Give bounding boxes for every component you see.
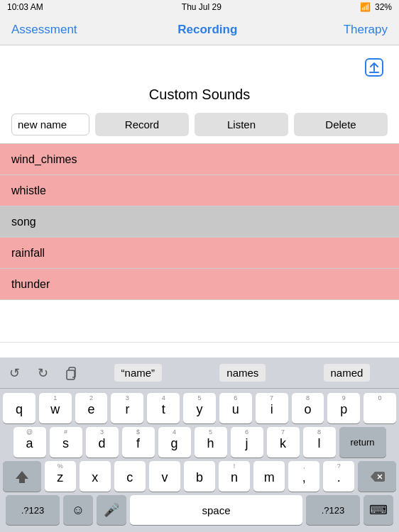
nav-left-button[interactable]: Assessment xyxy=(11,23,77,37)
sound-list: wind_chimes whistle song rainfall thunde… xyxy=(0,143,399,300)
controls-row: Record Listen Delete xyxy=(11,113,388,136)
sound-item-song[interactable]: song xyxy=(0,206,399,238)
status-day: Thu Jul 29 xyxy=(182,2,222,12)
battery-level: 32% xyxy=(375,2,392,12)
key-w[interactable]: 1w xyxy=(39,393,72,423)
nav-right-button[interactable]: Therapy xyxy=(338,23,388,37)
keyboard-rows: q 1w 2e 3r 4t 5y 6u 7i 8o 9p 0 @a #s 3d … xyxy=(0,389,399,532)
key-a[interactable]: @a xyxy=(13,427,46,458)
key-c[interactable]: c xyxy=(114,461,146,492)
key-0[interactable]: 0 xyxy=(364,393,396,423)
key-l[interactable]: 8l xyxy=(303,427,336,458)
key-q[interactable]: q xyxy=(3,393,35,423)
space-key[interactable]: space xyxy=(130,495,302,525)
copy-button[interactable] xyxy=(57,365,85,381)
content-spacer xyxy=(0,300,399,343)
key-v[interactable]: v xyxy=(149,461,180,492)
keyboard-bottom-bar: .?123 ☺ 🎤 space .?123 ⌨ xyxy=(3,495,396,529)
keyboard-area: ↺ ↻ “name” names named q 1w 2e 3r 4t 5y … xyxy=(0,358,399,532)
key-x[interactable]: x xyxy=(80,461,111,492)
sound-item-rainfall[interactable]: rainfall xyxy=(0,238,399,269)
keyboard-switch-key[interactable]: ⌨ xyxy=(364,495,393,525)
section-title: Custom Sounds xyxy=(11,87,388,103)
autocomplete-option-1[interactable]: “name” xyxy=(114,364,163,382)
svg-marker-4 xyxy=(16,471,28,483)
key-p[interactable]: 9p xyxy=(327,393,360,423)
key-y[interactable]: 5y xyxy=(183,393,216,423)
record-button[interactable]: Record xyxy=(95,113,189,136)
key-t[interactable]: 4t xyxy=(147,393,180,423)
sound-item-label: rainfall xyxy=(11,247,45,260)
nav-bar: Assessment Recording Therapy xyxy=(0,14,399,45)
key-b[interactable]: b xyxy=(184,461,215,492)
key-r[interactable]: 3r xyxy=(111,393,143,423)
delete-key[interactable] xyxy=(358,461,396,492)
sound-item-thunder[interactable]: thunder xyxy=(0,269,399,300)
autocomplete-option-3[interactable]: named xyxy=(324,364,371,382)
autocomplete-suggestions: “name” names named xyxy=(85,364,399,382)
keyboard-row-3: %z x c v b !n m ,, ?. xyxy=(3,461,396,492)
sound-item-label: wind_chimes xyxy=(11,153,77,166)
sound-item-wind-chimes[interactable]: wind_chimes xyxy=(0,144,399,175)
key-k[interactable]: 7k xyxy=(267,427,300,458)
status-time: 10:03 AM xyxy=(7,2,43,12)
keyboard-row-2: @a #s 3d $f 4g 5h 6j 7k 8l return xyxy=(3,427,396,458)
delete-button[interactable]: Delete xyxy=(294,113,388,136)
key-period[interactable]: ?. xyxy=(323,461,354,492)
svg-rect-3 xyxy=(67,370,75,379)
upload-row xyxy=(11,52,388,82)
key-e[interactable]: 2e xyxy=(75,393,108,423)
shift-key[interactable] xyxy=(3,461,41,492)
wifi-icon: 📶 xyxy=(360,2,371,12)
nav-title: Recording xyxy=(177,23,237,37)
main-content: Custom Sounds Record Listen Delete xyxy=(0,45,399,136)
special-key-right[interactable]: .?123 xyxy=(306,495,360,525)
key-s[interactable]: #s xyxy=(50,427,82,458)
upload-icon[interactable] xyxy=(364,57,385,81)
redo-button[interactable]: ↻ xyxy=(28,358,57,388)
emoji-key[interactable]: ☺ xyxy=(63,495,93,525)
key-n[interactable]: !n xyxy=(219,461,250,492)
sound-item-label: thunder xyxy=(11,278,50,291)
special-key-left[interactable]: .?123 xyxy=(6,495,60,525)
key-i[interactable]: 7i xyxy=(256,393,288,423)
sound-item-whistle[interactable]: whistle xyxy=(0,175,399,206)
key-o[interactable]: 8o xyxy=(292,393,324,423)
listen-button[interactable]: Listen xyxy=(195,113,288,136)
key-g[interactable]: 4g xyxy=(158,427,191,458)
name-input[interactable] xyxy=(11,113,89,135)
autocomplete-option-2[interactable]: names xyxy=(219,364,266,382)
key-comma[interactable]: ,, xyxy=(288,461,319,492)
key-f[interactable]: $f xyxy=(122,427,155,458)
key-h[interactable]: 5h xyxy=(195,427,227,458)
keyboard-row-1: q 1w 2e 3r 4t 5y 6u 7i 8o 9p 0 xyxy=(3,393,396,423)
autocomplete-bar: ↺ ↻ “name” names named xyxy=(0,358,399,389)
mic-key[interactable]: 🎤 xyxy=(97,495,126,525)
key-m[interactable]: m xyxy=(253,461,285,492)
key-d[interactable]: 3d xyxy=(86,427,119,458)
sound-item-label: whistle xyxy=(11,184,46,197)
key-u[interactable]: 6u xyxy=(219,393,252,423)
return-key[interactable]: return xyxy=(339,427,386,458)
sound-item-label: song xyxy=(11,216,36,228)
status-bar: 10:03 AM Thu Jul 29 📶 32% xyxy=(0,0,399,14)
key-z[interactable]: %z xyxy=(45,461,76,492)
key-j[interactable]: 6j xyxy=(231,427,263,458)
undo-button[interactable]: ↺ xyxy=(0,358,28,388)
